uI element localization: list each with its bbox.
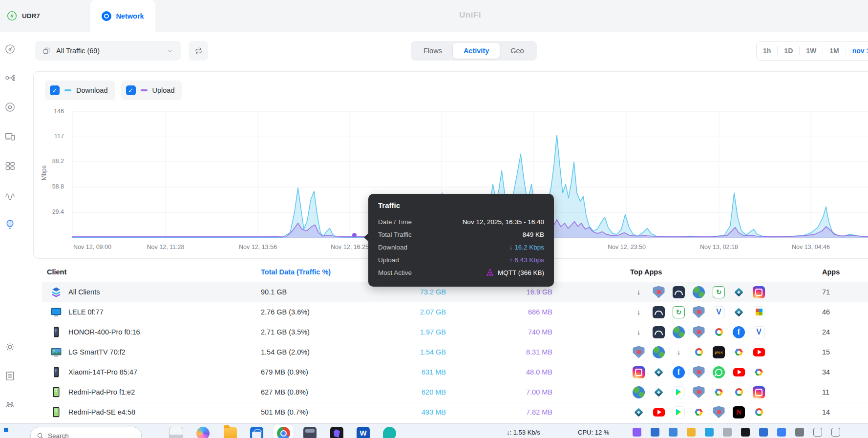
window-icon[interactable] <box>813 428 822 437</box>
sidebar-item-dashboard[interactable] <box>1 41 18 57</box>
tooltip-value: ↓ 16.2 Kbps <box>509 244 544 251</box>
tray-icon-4[interactable] <box>687 428 696 437</box>
console-name: UDR7 <box>22 12 40 20</box>
tray-icon-6[interactable] <box>723 428 732 437</box>
upload-value: 8.31 MB <box>479 342 552 362</box>
net-speed-indicator[interactable]: ↓: 1.53 Kb/s <box>507 429 540 436</box>
app-icon-sync: ↻ <box>673 306 685 318</box>
client-row[interactable]: LG SmartTV 70:f21.54 GB (2.0%)1.54 GB8.3… <box>42 342 868 362</box>
legend-toggle-download[interactable]: ✓Download <box>45 81 115 100</box>
app-icon-gcloud <box>753 366 765 378</box>
sidebar-item-insights[interactable] <box>1 216 18 232</box>
cpu-indicator[interactable]: CPU: 12 % <box>578 429 609 436</box>
tray-icon-2[interactable] <box>651 428 659 437</box>
col-header-client[interactable]: Client <box>47 268 66 276</box>
client-row[interactable]: LELE 0f:772.76 GB (3.6%)2.07 GB686 MB↓↻V… <box>42 302 868 322</box>
checkbox-checked-icon[interactable]: ✓ <box>50 85 60 95</box>
app-icon-download-app: ↓ <box>633 286 645 298</box>
client-row[interactable]: Xiaomi-14T-Pro 85:47679 MB (0.9%)631 MB4… <box>42 362 868 382</box>
time-range-1D[interactable]: 1D <box>778 47 799 55</box>
app-icon-download-app: ↓ <box>673 346 685 358</box>
sidebar-item-radios[interactable] <box>1 187 18 203</box>
gauge-icon <box>4 43 16 55</box>
sidebar-item-networks[interactable] <box>1 157 18 174</box>
apps-count: 15 <box>822 342 830 362</box>
tray-icon-9[interactable] <box>777 428 786 437</box>
app-icon-sync: ↻ <box>713 286 725 298</box>
tray-icon-8[interactable] <box>759 428 768 437</box>
app-icon-whatsapp <box>713 366 725 378</box>
time-range-1W[interactable]: 1W <box>800 47 823 55</box>
app-icon-gcloud <box>733 346 745 358</box>
app-icon-google <box>733 386 745 398</box>
tab-activity[interactable]: Activity <box>453 43 500 59</box>
sidebar-item-logs[interactable] <box>1 367 18 384</box>
app-icon-google <box>753 406 765 418</box>
app-icon-facebook: f <box>673 366 685 378</box>
app-icon-shield <box>653 286 665 298</box>
client-row[interactable]: HONOR-400-Pro f0:162.71 GB (3.5%)1.97 GB… <box>42 322 868 342</box>
download-value: 631 MB <box>373 362 446 382</box>
col-header-total-data[interactable]: Total Data (Traffic %) <box>261 268 331 276</box>
tab-geo[interactable]: Geo <box>500 43 534 59</box>
app-icon-microsoft <box>753 306 765 318</box>
checkbox-checked-icon[interactable]: ✓ <box>126 85 136 95</box>
tab-flows[interactable]: Flows <box>413 43 453 59</box>
volume-icon[interactable] <box>831 428 840 437</box>
tooltip-label: Date / Time <box>378 218 412 226</box>
x-axis-tick: Nov 13, 02:18 <box>692 244 746 250</box>
time-range-1M[interactable]: 1M <box>823 47 845 55</box>
tray-icon-7[interactable] <box>741 428 750 437</box>
legend-label: Upload <box>152 86 175 94</box>
devices-icon <box>4 102 16 113</box>
tray-icon-5[interactable] <box>705 428 714 437</box>
console-switcher[interactable]: UDR7 <box>7 0 40 32</box>
mqtt-signal-icon <box>487 270 494 276</box>
chrome-icon[interactable] <box>277 427 290 438</box>
word-icon[interactable] <box>357 427 370 438</box>
traffic-filter-dropdown[interactable]: All Traffic (69) <box>35 41 181 61</box>
tab-network[interactable]: Network <box>90 0 155 32</box>
tv-icon <box>50 346 63 358</box>
col-header-apps[interactable]: Apps <box>822 268 840 276</box>
time-range-nov-12--[interactable]: nov 12 - <box>846 47 868 55</box>
apps-count: 24 <box>822 322 830 342</box>
sidebar-item-topology[interactable] <box>1 69 18 86</box>
bulb-icon <box>4 219 16 230</box>
auto-refresh-button[interactable] <box>189 41 208 61</box>
client-name: All Clients <box>68 282 100 302</box>
folder-icon[interactable] <box>224 427 237 438</box>
tray-icon-1[interactable] <box>633 428 641 437</box>
tray-icon-3[interactable] <box>669 428 677 437</box>
copilot-icon[interactable] <box>196 427 210 438</box>
time-range-1h[interactable]: 1h <box>757 47 777 55</box>
apps-count: 14 <box>822 402 830 422</box>
total-data: 2.76 GB (3.6%) <box>261 302 310 322</box>
gear-icon <box>4 341 16 353</box>
sidebar-item-settings[interactable] <box>1 338 18 355</box>
tooltip-row: Total Traffic849 KB <box>378 228 544 241</box>
taskbar-search-input[interactable]: Search <box>30 427 142 438</box>
col-header-top-apps[interactable]: Top Apps <box>630 268 662 276</box>
sidebar-item-clients[interactable] <box>1 128 18 145</box>
legend-toggle-upload[interactable]: ✓Upload <box>121 81 182 100</box>
sidebar-item-devices[interactable] <box>1 99 18 115</box>
store-icon[interactable] <box>250 427 263 438</box>
start-button[interactable] <box>4 428 13 437</box>
download-value: 620 MB <box>373 382 446 402</box>
app-icon-gcloud <box>713 386 725 398</box>
apps-count: 11 <box>822 382 829 402</box>
sidebar-item-admins[interactable] <box>1 396 18 413</box>
files-app-icon[interactable] <box>169 427 183 438</box>
terminal-icon[interactable] <box>303 427 317 438</box>
client-row[interactable]: Redmi-Pad-Pro f1:e2627 MB (0.8%)620 MB7.… <box>42 382 868 402</box>
paint-icon[interactable] <box>383 427 396 438</box>
app-icon-netflix: N <box>733 406 745 418</box>
app-icon-globe <box>673 326 685 338</box>
tray-icon-10[interactable] <box>795 428 804 437</box>
obsidian-icon[interactable] <box>330 427 343 438</box>
app-icon-shield <box>693 306 705 318</box>
client-row[interactable]: Redmi-Pad-SE e4:58501 MB (0.7%)493 MB7.8… <box>42 402 868 422</box>
app-icon-layers <box>653 366 665 378</box>
total-data: 501 MB (0.7%) <box>261 402 308 422</box>
